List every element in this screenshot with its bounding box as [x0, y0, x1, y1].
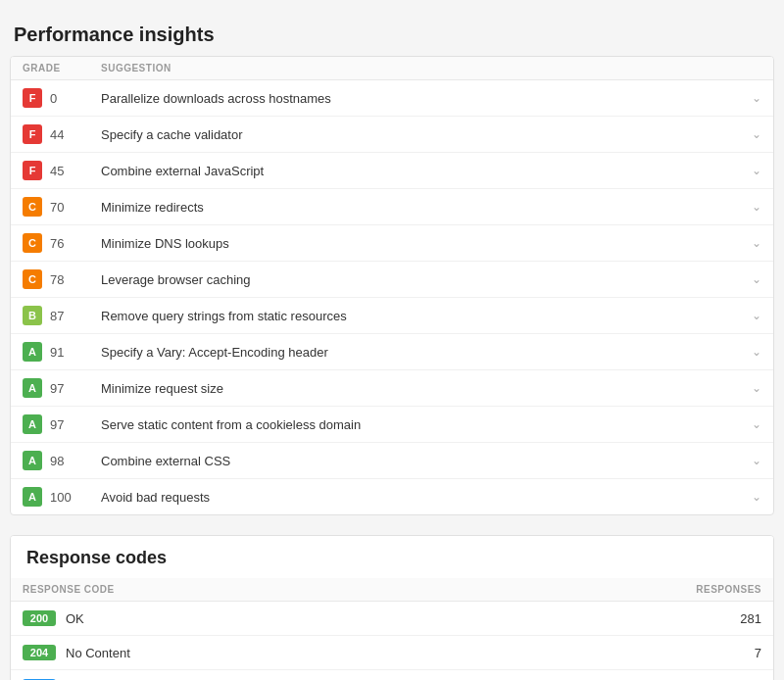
score-number: 97: [50, 417, 64, 432]
grade-cell: A 97: [11, 407, 89, 443]
insights-table: GRADE SUGGESTION F 0 Parallelize downloa…: [11, 57, 773, 514]
response-label: No Content: [66, 646, 130, 660]
response-table-header: RESPONSE CODE RESPONSES: [11, 578, 773, 602]
grade-cell: C 70: [11, 189, 89, 225]
grade-badge: A: [23, 378, 42, 398]
response-table-body: 200 OK 281 204 No Content 7 302 Moved Te…: [11, 602, 773, 681]
grade-badge: A: [23, 342, 42, 362]
grade-badge: A: [23, 487, 42, 507]
suggestion-cell: Combine external CSS: [89, 443, 734, 479]
response-codes-section: Response codes RESPONSE CODE RESPONSES 2…: [10, 535, 774, 680]
score-number: 98: [50, 454, 64, 468]
grade-cell: A 91: [11, 334, 89, 370]
score-number: 78: [50, 272, 64, 287]
suggestion-cell: Remove query strings from static resourc…: [89, 298, 734, 334]
suggestion-text: Remove query strings from static resourc…: [101, 309, 347, 323]
suggestion-text: Avoid bad requests: [101, 490, 210, 505]
insights-table-body: F 0 Parallelize downloads across hostnam…: [11, 80, 773, 515]
response-codes-table: RESPONSE CODE RESPONSES 200 OK 281 204 N…: [11, 578, 773, 680]
expand-chevron[interactable]: ⌄: [734, 225, 773, 262]
table-row: 200 OK 281: [11, 602, 773, 636]
response-code-column-header: RESPONSE CODE: [11, 578, 520, 602]
suggestion-text: Minimize request size: [101, 381, 223, 396]
table-row: 302 Moved Temporarily 17: [11, 670, 773, 681]
grade-column-header: GRADE: [11, 57, 89, 80]
grade-badge: C: [23, 269, 42, 289]
table-row: A 97 Serve static content from a cookiel…: [11, 407, 773, 443]
suggestion-cell: Specify a Vary: Accept-Encoding header: [89, 334, 734, 370]
table-row: B 87 Remove query strings from static re…: [11, 298, 773, 334]
expand-chevron[interactable]: ⌄: [734, 443, 773, 479]
suggestion-cell: Minimize redirects: [89, 189, 734, 225]
expand-chevron[interactable]: ⌄: [734, 80, 773, 117]
grade-badge: B: [23, 306, 42, 325]
grade-cell: A 97: [11, 370, 89, 407]
score-number: 76: [50, 236, 64, 251]
suggestion-text: Specify a cache validator: [101, 127, 243, 142]
expand-chevron[interactable]: ⌄: [734, 153, 773, 189]
suggestion-text: Specify a Vary: Accept-Encoding header: [101, 345, 328, 360]
grade-badge: F: [23, 124, 42, 144]
score-number: 0: [50, 91, 57, 106]
suggestion-text: Parallelize downloads across hostnames: [101, 91, 331, 106]
expand-chevron[interactable]: ⌄: [734, 479, 773, 515]
grade-cell: B 87: [11, 298, 89, 334]
table-row: F 44 Specify a cache validator ⌄: [11, 117, 773, 153]
grade-badge: A: [23, 414, 42, 434]
suggestion-cell: Minimize DNS lookups: [89, 225, 734, 262]
grade-cell: C 76: [11, 225, 89, 262]
insights-table-header: GRADE SUGGESTION: [11, 57, 773, 80]
table-row: C 76 Minimize DNS lookups ⌄: [11, 225, 773, 262]
table-row: A 91 Specify a Vary: Accept-Encoding hea…: [11, 334, 773, 370]
expand-chevron[interactable]: ⌄: [734, 189, 773, 225]
response-code-cell: 302 Moved Temporarily: [11, 670, 520, 681]
suggestion-cell: Leverage browser caching: [89, 262, 734, 298]
table-row: A 98 Combine external CSS ⌄: [11, 443, 773, 479]
suggestion-text: Combine external JavaScript: [101, 164, 264, 178]
suggestion-cell: Combine external JavaScript: [89, 153, 734, 189]
response-label: OK: [66, 611, 84, 626]
suggestion-text: Minimize DNS lookups: [101, 236, 229, 251]
response-codes-title: Response codes: [11, 536, 773, 578]
expand-chevron[interactable]: ⌄: [734, 117, 773, 153]
score-number: 44: [50, 127, 64, 142]
suggestion-text: Minimize redirects: [101, 200, 204, 215]
suggestion-cell: Minimize request size: [89, 370, 734, 407]
suggestion-cell: Serve static content from a cookieless d…: [89, 407, 734, 443]
table-row: 204 No Content 7: [11, 636, 773, 670]
expand-chevron[interactable]: ⌄: [734, 370, 773, 407]
expand-chevron[interactable]: ⌄: [734, 334, 773, 370]
grade-cell: C 78: [11, 262, 89, 298]
response-count: 281: [520, 602, 773, 636]
response-code-cell: 204 No Content: [11, 636, 520, 670]
score-number: 87: [50, 309, 64, 323]
suggestion-cell: Specify a cache validator: [89, 117, 734, 153]
expand-chevron[interactable]: ⌄: [734, 407, 773, 443]
score-number: 97: [50, 381, 64, 396]
grade-badge: C: [23, 197, 42, 217]
suggestion-text: Combine external CSS: [101, 454, 230, 468]
responses-column-header: RESPONSES: [520, 578, 773, 602]
table-row: A 100 Avoid bad requests ⌄: [11, 479, 773, 515]
suggestion-cell: Parallelize downloads across hostnames: [89, 80, 734, 117]
table-row: C 78 Leverage browser caching ⌄: [11, 262, 773, 298]
score-number: 91: [50, 345, 64, 360]
response-code-cell: 200 OK: [11, 602, 520, 636]
response-count: 17: [520, 670, 773, 681]
grade-badge: F: [23, 88, 42, 108]
table-row: C 70 Minimize redirects ⌄: [11, 189, 773, 225]
response-code-badge: 204: [23, 645, 56, 660]
grade-cell: F 45: [11, 153, 89, 189]
response-code-badge: 200: [23, 610, 56, 626]
expand-chevron[interactable]: ⌄: [734, 298, 773, 334]
grade-badge: F: [23, 161, 42, 180]
score-number: 70: [50, 200, 64, 215]
table-row: F 0 Parallelize downloads across hostnam…: [11, 80, 773, 117]
grade-cell: A 98: [11, 443, 89, 479]
expand-chevron[interactable]: ⌄: [734, 262, 773, 298]
grade-badge: C: [23, 233, 42, 253]
score-number: 100: [50, 490, 72, 505]
performance-insights-section: GRADE SUGGESTION F 0 Parallelize downloa…: [10, 56, 774, 515]
grade-badge: A: [23, 451, 42, 470]
suggestion-column-header: SUGGESTION: [89, 57, 734, 80]
